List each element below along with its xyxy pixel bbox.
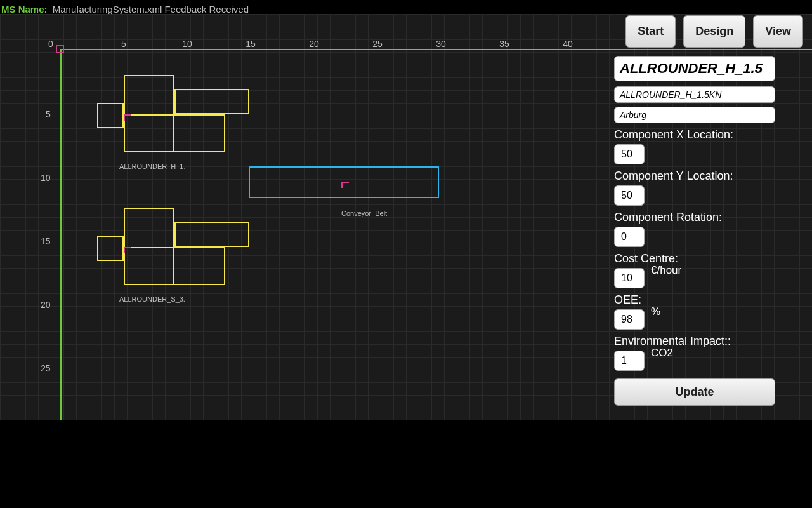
env-unit: CO2 [651, 347, 673, 359]
update-button[interactable]: Update [614, 378, 775, 406]
ruler-x-tick: 5 [121, 39, 126, 49]
ruler-x-tick: 20 [309, 39, 319, 49]
oee-label: OEE: [614, 293, 803, 307]
rotation-input[interactable] [614, 227, 645, 247]
x-location-label: Component X Location: [614, 128, 803, 142]
component-label: ALLROUNDER_H_1. [119, 163, 186, 170]
component-shape[interactable] [97, 103, 124, 128]
ruler-y-tick: 5 [46, 109, 51, 119]
ruler-x-tick: 35 [499, 39, 509, 49]
design-button[interactable]: Design [683, 15, 745, 48]
oee-input[interactable] [614, 309, 645, 330]
view-button[interactable]: View [753, 15, 803, 48]
conveyor-label: Conveyor_Belt [341, 210, 387, 217]
cost-unit: €/hour [651, 264, 681, 277]
anchor-icon [124, 114, 131, 121]
oee-unit: % [651, 305, 660, 318]
axis-x [60, 49, 812, 50]
properties-panel: ALLROUNDER_H_1.5 ALLROUNDER_H_1.5KN Arbu… [614, 56, 803, 406]
ruler-x-tick: 30 [436, 39, 446, 49]
env-impact-input[interactable] [614, 351, 645, 371]
ruler-y-tick: 25 [41, 363, 51, 373]
cost-centre-input[interactable] [614, 268, 645, 288]
y-location-label: Component Y Location: [614, 170, 803, 183]
x-location-input[interactable] [614, 144, 645, 164]
y-location-input[interactable] [614, 185, 645, 206]
cost-centre-label: Cost Centre: [614, 252, 803, 265]
env-impact-label: Environmental Impact:: [614, 335, 803, 348]
ruler-x-tick: 40 [563, 39, 573, 49]
component-shape[interactable] [174, 89, 249, 114]
ruler-x-tick: 25 [372, 39, 383, 49]
ruler-y-tick: 15 [41, 236, 51, 246]
component-manufacturer[interactable]: Arburg [614, 107, 775, 123]
component-shape[interactable] [97, 236, 124, 261]
component-name-primary[interactable]: ALLROUNDER_H_1.5 [614, 56, 775, 81]
toolbar: Start Design View [625, 15, 803, 48]
rotation-label: Component Rotation: [614, 211, 803, 224]
component-shape[interactable] [124, 114, 225, 152]
ruler-x-tick: 10 [182, 39, 192, 49]
ruler-x-tick: 15 [246, 39, 256, 49]
header-bar: MS Name: ManufacturingSystem.xml Feedbac… [1, 4, 249, 15]
ms-name-value: ManufacturingSystem.xml Feedback Receive… [53, 4, 249, 15]
ruler-y-tick: 10 [41, 173, 51, 183]
anchor-icon [124, 247, 131, 253]
anchor-icon [341, 182, 349, 188]
ruler-x-tick: 0 [48, 39, 53, 49]
component-shape[interactable] [174, 222, 249, 247]
start-button[interactable]: Start [625, 15, 676, 48]
component-label: ALLROUNDER_S_3. [119, 295, 185, 303]
ruler-y-tick: 20 [41, 300, 51, 310]
component-shape[interactable] [124, 247, 225, 285]
ms-name-label: MS Name: [1, 4, 48, 15]
component-name-secondary[interactable]: ALLROUNDER_H_1.5KN [614, 86, 775, 103]
origin-marker [56, 45, 64, 53]
axis-y [60, 49, 62, 420]
